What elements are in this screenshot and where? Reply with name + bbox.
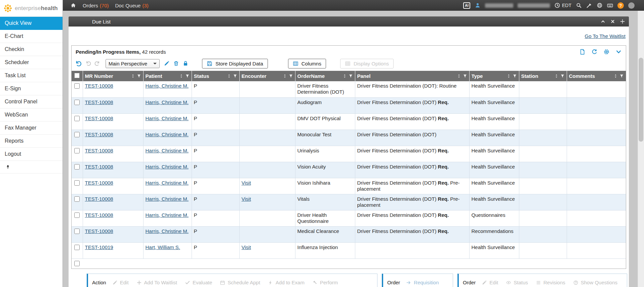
add-to-waitlist-button[interactable]: Add To Waitlist bbox=[136, 280, 177, 285]
sidebar-item-webscan[interactable]: WebScan bbox=[0, 108, 63, 122]
filter-icon[interactable] bbox=[513, 74, 517, 78]
sort-icon[interactable] bbox=[507, 74, 511, 78]
sidebar-item-quick-view[interactable]: Quick View bbox=[0, 17, 63, 30]
sort-icon[interactable] bbox=[554, 74, 559, 78]
mr-number-link[interactable]: TEST-10008 bbox=[85, 83, 113, 89]
sidebar-item-fax-manager[interactable]: Fax Manager bbox=[0, 122, 63, 135]
timezone-indicator[interactable]: EDT bbox=[554, 2, 571, 8]
edit-button[interactable]: Edit bbox=[482, 280, 498, 285]
patient-link[interactable]: Harris, Christine M. bbox=[146, 180, 189, 186]
mr-number-link[interactable]: TEST-10008 bbox=[85, 99, 113, 105]
sidebar-item-control-panel[interactable]: Control Panel bbox=[0, 95, 63, 108]
row-checkbox[interactable] bbox=[74, 196, 80, 202]
revisions-button[interactable]: Revisions bbox=[536, 280, 565, 285]
add-to-exam-button[interactable]: Add to Exam bbox=[268, 280, 305, 285]
patient-link[interactable]: Harris, Christine M. bbox=[146, 228, 189, 234]
status-button[interactable]: Status bbox=[506, 280, 528, 285]
filter-icon[interactable] bbox=[560, 74, 565, 78]
edit-perspective-icon[interactable] bbox=[164, 60, 170, 66]
keyboard-icon[interactable] bbox=[607, 2, 613, 8]
column-header-mr[interactable]: MR Number bbox=[83, 71, 143, 81]
search-icon[interactable] bbox=[576, 2, 582, 8]
mr-number-link[interactable]: TEST-10008 bbox=[85, 148, 113, 153]
row-checkbox[interactable] bbox=[74, 164, 80, 170]
sort-icon[interactable] bbox=[179, 74, 184, 78]
sidebar-item-task-list[interactable]: Task List bbox=[0, 69, 63, 82]
lock-icon[interactable] bbox=[183, 60, 189, 66]
mr-number-link[interactable]: TEST-10008 bbox=[85, 180, 113, 186]
globe-icon[interactable] bbox=[597, 2, 603, 8]
patient-link[interactable]: Harris, Christine M. bbox=[146, 115, 189, 121]
filter-icon[interactable] bbox=[137, 74, 141, 78]
patient-link[interactable]: Harris, Christine M. bbox=[146, 132, 189, 137]
encounter-visit-link[interactable]: Visit bbox=[242, 196, 251, 202]
scrollbar-thumb[interactable] bbox=[639, 58, 643, 142]
column-header-station[interactable]: Station bbox=[519, 71, 567, 81]
collapse-widget-icon[interactable] bbox=[615, 49, 622, 55]
patient-link[interactable]: Harris, Christine M. bbox=[146, 212, 189, 218]
new-document-icon[interactable] bbox=[579, 49, 586, 55]
show-questions-button[interactable]: Show Questions bbox=[573, 280, 617, 285]
row-checkbox[interactable] bbox=[74, 116, 80, 121]
patient-link[interactable]: Harris, Christine M. bbox=[146, 83, 189, 89]
perspective-select[interactable]: Main Perspective bbox=[106, 59, 160, 68]
sidebar-item-checkin[interactable]: Checkin bbox=[0, 43, 63, 56]
patient-link[interactable]: Harris, Christine M. bbox=[146, 99, 189, 105]
blank-row-checkbox[interactable] bbox=[74, 261, 80, 266]
mr-number-link[interactable]: TEST-10008 bbox=[85, 115, 113, 121]
home-icon[interactable] bbox=[70, 2, 76, 8]
sidebar-item-e-sign[interactable]: E-Sign bbox=[0, 82, 63, 95]
row-checkbox[interactable] bbox=[74, 83, 80, 89]
perform-button[interactable]: Perform bbox=[312, 280, 338, 285]
undo-icon[interactable] bbox=[75, 60, 82, 67]
mr-number-link[interactable]: TEST-10008 bbox=[85, 132, 113, 137]
columns-button[interactable]: Columns bbox=[288, 59, 326, 68]
due-list-header-bar[interactable]: Due List bbox=[69, 16, 629, 27]
row-checkbox[interactable] bbox=[74, 229, 80, 234]
row-checkbox[interactable] bbox=[74, 100, 80, 105]
sort-icon[interactable] bbox=[131, 74, 135, 78]
mr-number-link[interactable]: TEST-10008 bbox=[85, 228, 113, 234]
column-header-status[interactable]: Status bbox=[192, 71, 239, 81]
column-header-type[interactable]: Type bbox=[469, 71, 519, 81]
filter-icon[interactable] bbox=[185, 74, 190, 78]
schedule-appt-button[interactable]: Schedule Appt bbox=[220, 280, 260, 285]
row-checkbox[interactable] bbox=[74, 245, 80, 250]
patient-link[interactable]: Harris, Christine M. bbox=[146, 196, 189, 202]
row-checkbox[interactable] bbox=[74, 180, 80, 186]
sidebar-item-e-chart[interactable]: E-Chart bbox=[0, 30, 63, 43]
user-icon[interactable] bbox=[475, 2, 481, 8]
sort-icon[interactable] bbox=[613, 74, 618, 78]
requisition-button[interactable]: Requisition bbox=[406, 280, 439, 285]
filter-icon[interactable] bbox=[349, 74, 353, 78]
sidebar-item-scheduler[interactable]: Scheduler bbox=[0, 56, 63, 69]
row-checkbox[interactable] bbox=[74, 132, 80, 137]
refresh-icon[interactable] bbox=[591, 49, 598, 55]
history-back-icon[interactable] bbox=[85, 60, 91, 66]
row-checkbox[interactable] bbox=[74, 148, 80, 153]
encounter-visit-link[interactable]: Visit bbox=[242, 180, 251, 186]
mr-number-link[interactable]: TEST-10019 bbox=[85, 244, 113, 250]
help-icon[interactable]: ? bbox=[617, 2, 624, 9]
pin-icon[interactable] bbox=[5, 164, 10, 170]
go-to-waitlist-link[interactable]: Go To The Waitlist bbox=[585, 33, 626, 39]
patient-link[interactable]: Hart, William S. bbox=[146, 244, 180, 250]
move-icon[interactable] bbox=[620, 19, 625, 24]
column-header-encounter[interactable]: Encounter bbox=[239, 71, 295, 81]
display-options-button[interactable]: Display Options bbox=[340, 59, 394, 68]
edit-button[interactable]: Edit bbox=[112, 280, 129, 285]
column-header-order[interactable]: OrderName bbox=[295, 71, 355, 81]
column-header-comments[interactable]: Comments bbox=[567, 71, 626, 81]
evaluate-button[interactable]: Evaluate bbox=[185, 280, 212, 285]
filter-icon[interactable] bbox=[463, 74, 467, 78]
select-all-checkbox[interactable] bbox=[74, 73, 80, 78]
sort-icon[interactable] bbox=[343, 74, 347, 78]
sort-icon[interactable] bbox=[283, 74, 287, 78]
filter-icon[interactable] bbox=[619, 74, 624, 78]
ai-badge[interactable]: AI bbox=[463, 2, 470, 9]
avatar[interactable] bbox=[628, 2, 635, 9]
filter-icon[interactable] bbox=[233, 74, 237, 78]
gear-icon[interactable] bbox=[603, 49, 610, 55]
sidebar-item-logout[interactable]: Logout bbox=[0, 148, 63, 161]
doc-queue-link[interactable]: Doc Queue(3) bbox=[115, 3, 149, 8]
